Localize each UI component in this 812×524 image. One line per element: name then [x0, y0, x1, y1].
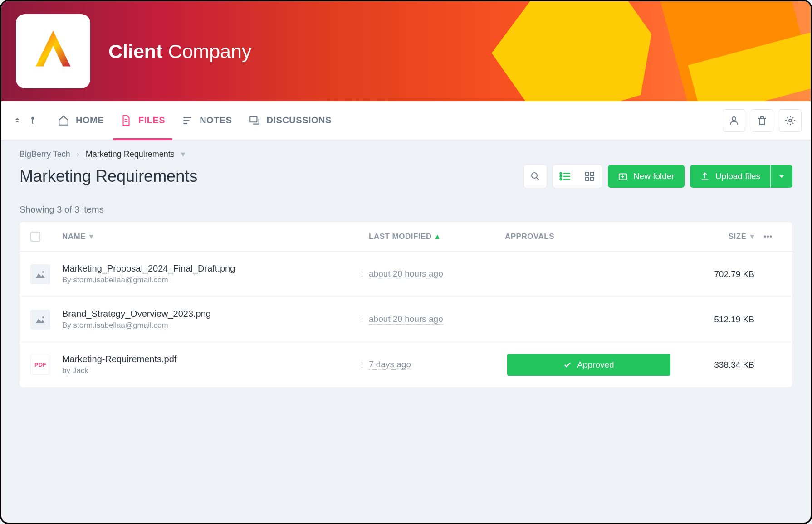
svg-point-7 [560, 175, 562, 177]
file-size: 702.79 KB [673, 269, 754, 279]
list-view-button[interactable] [553, 165, 577, 188]
sort-desc-icon: ▾ [89, 232, 94, 241]
col-last-modified[interactable]: LAST MODIFIED▴ [369, 232, 505, 241]
settings-button[interactable] [779, 109, 802, 132]
file-size: 512.19 KB [673, 315, 754, 325]
trash-button[interactable] [751, 109, 773, 132]
table-row[interactable]: Brand_Strategy_Overview_2023.png By stor… [20, 296, 792, 342]
chevron-down-icon [778, 173, 785, 180]
col-name[interactable]: NAME▾ [62, 232, 355, 241]
header-banner: Client Company [1, 1, 811, 101]
row-menu-icon[interactable]: ⋮ [355, 360, 369, 369]
svg-point-5 [532, 173, 537, 178]
breadcrumb: BigBerry Tech › Marketing Requirements ▾ [20, 149, 792, 159]
file-size: 338.34 KB [673, 360, 754, 370]
file-author: by Jack [62, 366, 355, 375]
file-author: By storm.isabellaa@gmail.com [62, 321, 355, 330]
page-title: Marketing Requirements [20, 167, 197, 186]
row-menu-icon[interactable]: ⋮ [355, 270, 369, 278]
svg-rect-1 [32, 119, 33, 124]
svg-point-14 [42, 271, 44, 273]
file-modified: 7 days ago [369, 359, 411, 370]
file-table: NAME▾ LAST MODIFIED▴ APPROVALS SIZE▾ •••… [20, 222, 792, 387]
tab-notes-label: NOTES [200, 115, 232, 126]
pdf-file-icon: PDF [30, 355, 50, 375]
table-row[interactable]: PDF Marketing-Requirements.pdf by Jack ⋮… [20, 342, 792, 387]
header-title: Client Company [108, 40, 251, 63]
col-size[interactable]: SIZE▾ [673, 232, 754, 241]
svg-rect-2 [250, 116, 257, 122]
file-name: Marketing-Requirements.pdf [62, 354, 355, 364]
file-name: Brand_Strategy_Overview_2023.png [62, 309, 355, 319]
approval-badge: Approved [507, 354, 670, 376]
svg-rect-9 [586, 172, 589, 175]
search-button[interactable] [524, 165, 547, 188]
sort-asc-icon: ▴ [435, 232, 440, 241]
image-file-icon [30, 264, 50, 284]
file-name: Marketing_Proposal_2024_Final_Draft.png [62, 263, 355, 274]
collapse-icon[interactable] [10, 112, 24, 130]
svg-rect-12 [591, 177, 594, 180]
user-button[interactable] [723, 109, 745, 132]
row-menu-icon[interactable]: ⋮ [355, 315, 369, 324]
company-logo [16, 14, 90, 88]
upload-files-button[interactable]: Upload files [690, 165, 770, 188]
svg-rect-10 [591, 172, 594, 175]
table-row[interactable]: Marketing_Proposal_2024_Final_Draft.png … [20, 251, 792, 296]
col-approvals[interactable]: APPROVALS [505, 232, 673, 241]
svg-point-3 [732, 117, 736, 121]
notes-icon [181, 115, 193, 126]
grid-view-button[interactable] [577, 165, 602, 188]
tab-home[interactable]: HOME [58, 101, 104, 140]
pin-icon[interactable] [26, 112, 39, 130]
svg-point-6 [560, 173, 562, 174]
breadcrumb-current[interactable]: Marketing Requirements [86, 150, 175, 159]
new-folder-button[interactable]: New folder [608, 165, 685, 188]
tab-files-label: FILES [138, 115, 165, 126]
table-header: NAME▾ LAST MODIFIED▴ APPROVALS SIZE▾ ••• [20, 222, 792, 251]
chat-icon [249, 115, 260, 126]
file-modified: about 20 hours ago [369, 269, 443, 279]
tab-home-label: HOME [76, 115, 104, 126]
view-toggle [553, 165, 602, 188]
col-more[interactable]: ••• [754, 232, 782, 241]
item-count-label: Showing 3 of 3 items [20, 204, 792, 215]
upload-icon [700, 171, 710, 181]
home-icon [58, 115, 69, 126]
svg-point-15 [42, 316, 44, 318]
tab-files[interactable]: FILES [120, 101, 165, 140]
sort-desc-icon: ▾ [750, 232, 755, 241]
image-file-icon [30, 310, 50, 330]
breadcrumb-root[interactable]: BigBerry Tech [20, 150, 70, 159]
check-icon [563, 361, 572, 369]
svg-point-8 [560, 179, 562, 180]
nav-bar: HOME FILES NOTES DISCUSSIONS [1, 101, 811, 140]
banner-decoration [366, 1, 811, 101]
tab-discussions[interactable]: DISCUSSIONS [249, 101, 332, 140]
chevron-right-icon: › [77, 150, 79, 159]
chevron-down-icon[interactable]: ▾ [181, 149, 185, 159]
upload-dropdown-button[interactable] [771, 165, 792, 188]
svg-point-4 [789, 119, 792, 122]
file-author: By storm.isabellaa@gmail.com [62, 276, 355, 285]
file-modified: about 20 hours ago [369, 314, 443, 325]
folder-plus-icon [618, 171, 628, 181]
tab-notes[interactable]: NOTES [181, 101, 232, 140]
select-all-checkbox[interactable] [30, 232, 40, 242]
tab-discussions-label: DISCUSSIONS [267, 115, 332, 126]
file-icon [120, 115, 132, 126]
svg-rect-11 [586, 177, 589, 180]
